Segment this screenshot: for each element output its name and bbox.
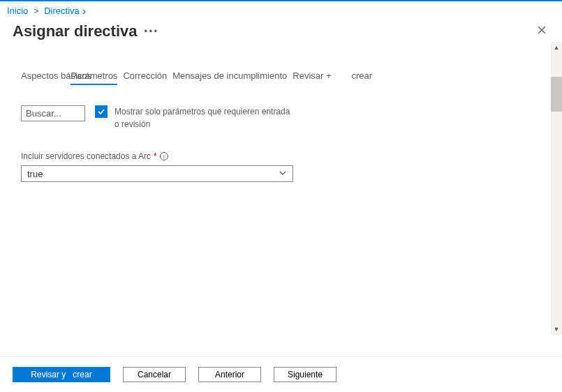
page-title: Asignar directiva ···: [13, 22, 158, 40]
arc-servers-label: Incluir servidores conectados a Arc * i: [21, 151, 541, 161]
filter-checkbox[interactable]: [95, 105, 108, 118]
close-button[interactable]: [534, 21, 549, 41]
footer-buttons: Revisar y crear Cancelar Anterior Siguie…: [0, 356, 562, 392]
close-icon: [537, 25, 547, 35]
dropdown-value: true: [27, 169, 43, 179]
filter-checkbox-label: Mostrar solo parámetros que requieren en…: [114, 105, 296, 130]
tab-parameters[interactable]: Parámetros: [71, 70, 117, 81]
search-input[interactable]: [21, 105, 85, 121]
cancel-button[interactable]: Cancelar: [123, 367, 186, 382]
vertical-scrollbar[interactable]: ▲ ▼: [551, 42, 562, 335]
tab-noncompliance[interactable]: Mensajes de incumplimiento: [172, 70, 287, 81]
review-create-button[interactable]: Revisar y crear: [13, 367, 110, 382]
chevron-down-icon: [279, 169, 287, 179]
arc-servers-dropdown[interactable]: true: [21, 165, 293, 182]
breadcrumb-policy[interactable]: Directiva: [44, 6, 80, 16]
search-and-filter-row: Mostrar solo parámetros que requieren en…: [21, 105, 541, 130]
tab-remediation[interactable]: Corrección: [123, 70, 167, 81]
chevron-right-icon: [82, 6, 87, 17]
scroll-up-arrow-icon[interactable]: ▲: [551, 42, 562, 53]
info-icon[interactable]: i: [160, 152, 168, 160]
breadcrumb: Inicio > Directiva: [0, 1, 562, 18]
breadcrumb-home[interactable]: Inicio: [7, 6, 28, 16]
check-icon: [97, 107, 105, 116]
previous-button[interactable]: Anterior: [198, 367, 261, 382]
breadcrumb-separator: >: [34, 6, 39, 16]
scroll-down-arrow-icon[interactable]: ▼: [551, 324, 562, 335]
next-button[interactable]: Siguiente: [274, 367, 337, 382]
scrollbar-thumb[interactable]: [551, 77, 562, 112]
tabs: Aspectos básicos Parámetros Corrección M…: [21, 70, 541, 81]
tab-review-create[interactable]: Revisar + crear: [293, 70, 372, 81]
ellipsis-icon: ···: [139, 22, 158, 40]
content-area: Aspectos básicos Parámetros Corrección M…: [0, 50, 562, 329]
required-indicator: *: [154, 151, 157, 161]
page-header: Asignar directiva ···: [0, 18, 562, 50]
filter-checkbox-wrap: Mostrar solo parámetros que requieren en…: [95, 105, 296, 130]
